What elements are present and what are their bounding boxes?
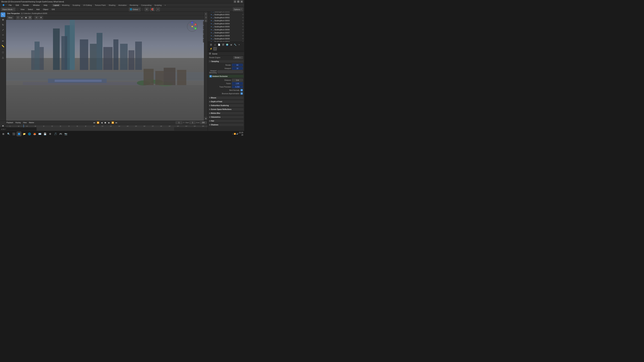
menu-help[interactable]: Help (42, 4, 48, 6)
particle-props-tab[interactable]: ✦ (237, 43, 241, 46)
viewport-shade-toggle[interactable]: ☀ (204, 12, 208, 15)
physics-props-tab[interactable]: ⚡ (209, 47, 213, 51)
add-cone-tool[interactable]: △ (1, 55, 5, 60)
scene-props-tab[interactable]: 🎬 (221, 43, 225, 46)
rendered-shade-btn[interactable]: ☀ (28, 16, 32, 19)
wire-shade-btn[interactable]: ⬡ (16, 16, 20, 19)
file-explorer-taskbar[interactable]: 📁 (22, 132, 26, 136)
transform-tool[interactable]: ⊹ (1, 32, 5, 37)
ao-bounces-checkbox[interactable]: ✓ (240, 92, 243, 95)
browser2-taskbar[interactable]: 🦊 (32, 132, 37, 136)
jump-start-btn[interactable]: ⏮ (93, 121, 96, 124)
viewport-samples-val[interactable]: 16 (232, 67, 243, 70)
workspace-sculpting[interactable]: Sculpting (71, 4, 81, 6)
modifier-props-tab[interactable]: 🔧 (233, 43, 237, 46)
workspace-modeling[interactable]: Modeling (61, 4, 71, 6)
world-props-tab[interactable]: 🌍 (225, 43, 229, 46)
dof-header[interactable]: ▶ Depth of Field (208, 100, 244, 103)
outliner-item-3[interactable]: ▼ △ BuildingMesh:00003 ▽ (208, 19, 244, 22)
blender-taskbar-btn[interactable]: 🔷 (16, 132, 21, 136)
material-shade-btn[interactable]: ◉ (24, 16, 28, 19)
minimize-button[interactable]: ─ (234, 0, 236, 3)
app6-taskbar[interactable]: 🎵 (53, 132, 58, 136)
add-menu[interactable]: Add (36, 8, 41, 11)
keying-menu[interactable]: Keying (14, 121, 22, 124)
frame-jump-btn[interactable]: ⏱ (183, 122, 185, 123)
mode-dropdown[interactable]: Object Mode ▼ (1, 7, 15, 11)
workspace-rendering[interactable]: Rendering (128, 4, 140, 6)
workspace-uv-editing[interactable]: UV Editing (82, 4, 93, 6)
sampling-header[interactable]: ▼ Sampling (208, 60, 244, 63)
ao-header[interactable]: ✓ Ambient Occlusion (208, 75, 244, 78)
add-cube-tool[interactable]: □ (1, 50, 5, 55)
menu-file[interactable]: File (8, 4, 13, 6)
restore-button[interactable]: ⧠ (237, 0, 240, 3)
prev-keyframe-btn[interactable]: ⏪ (96, 121, 100, 124)
app7-taskbar[interactable]: 🎮 (58, 132, 63, 136)
marker-menu[interactable]: Marker (28, 121, 35, 124)
end-frame[interactable]: 250 (200, 121, 206, 124)
mb-header[interactable]: ▶ Motion Blur (208, 112, 244, 114)
rotate-tool[interactable]: ↻ (1, 22, 5, 27)
vol-header[interactable]: ▶ Volumetrics (208, 116, 244, 118)
select-menu[interactable]: Select (27, 8, 34, 11)
proportional-btn[interactable]: ⚬ (156, 7, 160, 11)
viewport-denoising-btn[interactable] (218, 70, 243, 73)
start-button[interactable]: ⊞ (1, 132, 6, 136)
timeline-expand-btn[interactable]: ◉ (2, 124, 4, 127)
render-engine-dropdown[interactable]: Eevee ▼ (233, 56, 243, 59)
outliner-item-6[interactable]: ▼ △ BuildingMesh:00006 ▽ (208, 28, 244, 31)
next-keyframe-btn[interactable]: ⏩ (111, 121, 114, 124)
outliner-item-4[interactable]: ▼ △ BuildingMesh:00004 ▽ (208, 22, 244, 25)
output-props-tab[interactable]: 🖨 (213, 43, 217, 46)
view-menu[interactable]: View (20, 8, 26, 11)
menu-blender[interactable]: 🔷 (1, 4, 6, 6)
app3-taskbar[interactable]: 📧 (38, 132, 42, 136)
transform-dropdown[interactable]: 🌐 Global ▼ (129, 7, 141, 11)
cursor-tool[interactable]: ↖ (1, 12, 5, 17)
object-menu[interactable]: Object (42, 8, 49, 11)
ssr-header[interactable]: ▶ Screen Space Reflections (208, 108, 244, 111)
ao-checkbox[interactable]: ✓ (210, 75, 212, 77)
app5-taskbar[interactable]: ⚙ (48, 132, 52, 136)
workspace-texture-paint[interactable]: Texture Paint (94, 4, 107, 6)
navigation-gizmo[interactable]: X Y Z (187, 21, 198, 32)
render-props-tab[interactable]: 🖼 (209, 43, 213, 46)
view-layer-props-tab[interactable]: 📄 (217, 43, 221, 46)
outliner-item-10[interactable]: ▼ △ BuildingMesh:00010 ▽ (208, 40, 244, 42)
jump-end-btn[interactable]: ⏭ (115, 121, 118, 124)
playback-menu[interactable]: Playback (5, 121, 14, 124)
outliner-item-5[interactable]: ▼ △ BuildingMesh:00005 ▽ (208, 25, 244, 28)
menu-window[interactable]: Window (32, 4, 40, 6)
stop-btn[interactable]: ⏹ (104, 121, 107, 124)
ao-bent-checkbox[interactable]: ✓ (240, 89, 243, 91)
chrome-taskbar[interactable]: 🌐 (27, 132, 32, 136)
measure-tool[interactable]: 📏 (1, 44, 5, 48)
workspace-animation[interactable]: Animation (117, 4, 128, 6)
solid-shade-btn[interactable]: ● (20, 16, 24, 19)
bloom-header[interactable]: ▶ Bloom (208, 96, 244, 99)
ao-trace-val[interactable]: 0.250 (232, 85, 243, 88)
menu-render[interactable]: Render (22, 4, 30, 6)
app8-taskbar[interactable]: 📷 (64, 132, 68, 136)
render-samples-val[interactable]: 64 (232, 64, 243, 66)
workspace-scripting[interactable]: Scripting (153, 4, 163, 6)
annotate-tool[interactable]: ✏ (1, 39, 5, 43)
start-frame[interactable]: 1 (190, 121, 196, 124)
properties-toggle[interactable]: ⚙ (204, 117, 208, 120)
outliner-item-9[interactable]: ▼ △ BuildingMesh:00009 ▽ (208, 37, 244, 40)
outliner-item-7[interactable]: ▼ △ BuildingMesh:00007 ▽ (208, 31, 244, 34)
play-fwd-btn[interactable]: ▶ (108, 121, 110, 124)
view-menu-vp[interactable]: View (7, 16, 14, 19)
outliner-item-1[interactable]: ▼ △ BuildingMesh:00001 ▽ (208, 13, 244, 16)
object-props-tab[interactable]: ▣ (229, 43, 233, 46)
play-back-btn[interactable]: ◀ (100, 121, 103, 124)
scene-active-tab[interactable]: ⬛ (213, 47, 217, 51)
gis-menu[interactable]: GIS (51, 8, 56, 11)
taskview-btn[interactable]: ⬛ (12, 132, 16, 136)
snap-btn[interactable]: 🧲 (150, 7, 155, 11)
move-tool[interactable]: ✥ (1, 17, 5, 22)
workspace-layout[interactable]: Layout (52, 4, 60, 6)
ao-factor-val[interactable]: 1.00 (232, 82, 243, 85)
options-dropdown[interactable]: Options ▼ (233, 7, 243, 11)
